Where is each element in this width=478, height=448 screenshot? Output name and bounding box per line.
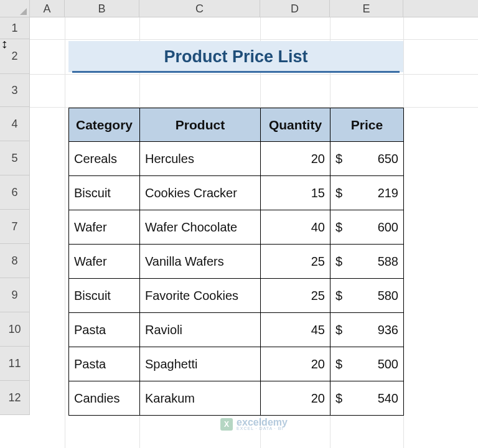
currency-symbol: $: [335, 391, 342, 406]
cell-quantity[interactable]: 20: [261, 142, 330, 176]
cell-price[interactable]: $500: [330, 347, 404, 381]
watermark-sub: EXCEL · DATA · BI: [237, 426, 288, 431]
spreadsheet: A B C D E 1 2 3 4 5 6 7 8 9 10 11 12 ↕ P…: [0, 0, 478, 448]
table-row: Pasta Ravioli 45 $936: [69, 313, 404, 347]
currency-symbol: $: [335, 289, 342, 303]
col-header-c[interactable]: C: [139, 0, 260, 17]
price-value: 600: [342, 220, 398, 235]
table-row: Biscuit Favorite Cookies 25 $580: [69, 279, 404, 313]
cell-category[interactable]: Wafer: [69, 210, 140, 245]
cell-category[interactable]: Pasta: [69, 313, 140, 347]
row-header-3[interactable]: 3: [0, 74, 30, 107]
cell-quantity[interactable]: 15: [261, 176, 330, 210]
currency-symbol: $: [335, 152, 342, 166]
cell-product[interactable]: Wafer Chocolate: [140, 210, 261, 245]
row-header-10[interactable]: 10: [0, 312, 30, 347]
table-row: Cereals Hercules 20 $650: [69, 142, 404, 176]
price-value: 588: [342, 254, 398, 269]
th-quantity[interactable]: Quantity: [261, 108, 330, 142]
cell-product[interactable]: Vanilla Wafers: [140, 245, 261, 279]
cell-category[interactable]: Biscuit: [69, 279, 140, 313]
title-underline: [72, 71, 400, 73]
th-product[interactable]: Product: [140, 108, 261, 142]
cell-price[interactable]: $588: [330, 245, 404, 279]
row-header-12[interactable]: 12: [0, 381, 30, 415]
table-row: Wafer Wafer Chocolate 40 $600: [69, 210, 404, 245]
column-headers: A B C D E: [30, 0, 478, 17]
col-header-d[interactable]: D: [260, 0, 330, 17]
page-title: Product Price List: [68, 41, 403, 72]
row-header-8[interactable]: 8: [0, 244, 30, 278]
cell-category[interactable]: Cereals: [69, 142, 140, 176]
cell-quantity[interactable]: 25: [261, 245, 330, 279]
product-table: Category Product Quantity Price Cereals …: [68, 108, 404, 416]
watermark: exceldemy EXCEL · DATA · BI: [220, 418, 288, 431]
cell-price[interactable]: $936: [330, 313, 404, 347]
col-header-b[interactable]: B: [65, 0, 139, 17]
currency-symbol: $: [335, 254, 342, 269]
row-header-7[interactable]: 7: [0, 210, 30, 244]
col-header-e[interactable]: E: [330, 0, 403, 17]
price-value: 650: [342, 152, 398, 166]
currency-symbol: $: [335, 220, 342, 235]
row-header-6[interactable]: 6: [0, 175, 30, 210]
price-value: 500: [342, 357, 398, 371]
cell-price[interactable]: $600: [330, 210, 404, 245]
cell-category[interactable]: Wafer: [69, 245, 140, 279]
cell-category[interactable]: Biscuit: [69, 176, 140, 210]
cell-quantity[interactable]: 40: [261, 210, 330, 245]
table-row: Candies Karakum 20 $540: [69, 381, 404, 416]
th-price[interactable]: Price: [330, 108, 404, 142]
cell-product[interactable]: Spaghetti: [140, 347, 261, 381]
cell-product[interactable]: Favorite Cookies: [140, 279, 261, 313]
cell-price[interactable]: $540: [330, 381, 404, 416]
currency-symbol: $: [335, 186, 342, 200]
table-row: Wafer Vanilla Wafers 25 $588: [69, 245, 404, 279]
col-header-a[interactable]: A: [30, 0, 65, 17]
currency-symbol: $: [335, 323, 342, 337]
cell-quantity[interactable]: 20: [261, 381, 330, 416]
row-header-5[interactable]: 5: [0, 141, 30, 175]
price-value: 580: [342, 289, 398, 303]
price-value: 540: [342, 391, 398, 406]
cell-product[interactable]: Hercules: [140, 142, 261, 176]
cell-quantity[interactable]: 45: [261, 313, 330, 347]
row-header-9[interactable]: 9: [0, 278, 30, 312]
excel-icon: [220, 418, 233, 431]
cell-category[interactable]: Pasta: [69, 347, 140, 381]
table-body: Cereals Hercules 20 $650 Biscuit Cookies…: [69, 142, 404, 416]
cell-product[interactable]: Ravioli: [140, 313, 261, 347]
row-headers: 1 2 3 4 5 6 7 8 9 10 11 12: [0, 17, 30, 415]
row-header-11[interactable]: 11: [0, 347, 30, 381]
cell-category[interactable]: Candies: [69, 381, 140, 416]
currency-symbol: $: [335, 357, 342, 371]
cell-product[interactable]: Karakum: [140, 381, 261, 416]
row-resize-icon: ↕: [1, 37, 8, 50]
th-category[interactable]: Category: [69, 108, 140, 142]
cell-price[interactable]: $650: [330, 142, 404, 176]
cell-product[interactable]: Cookies Cracker: [140, 176, 261, 210]
table-row: Biscuit Cookies Cracker 15 $219: [69, 176, 404, 210]
price-value: 936: [342, 323, 398, 337]
price-value: 219: [342, 186, 398, 200]
cell-price[interactable]: $219: [330, 176, 404, 210]
cell-quantity[interactable]: 20: [261, 347, 330, 381]
row-header-1[interactable]: 1: [0, 17, 30, 39]
select-all-corner[interactable]: [0, 0, 30, 17]
row-header-4[interactable]: 4: [0, 107, 30, 141]
grid-area[interactable]: Product Price List Category Product Quan…: [30, 17, 478, 448]
cell-quantity[interactable]: 25: [261, 279, 330, 313]
cell-price[interactable]: $580: [330, 279, 404, 313]
table-row: Pasta Spaghetti 20 $500: [69, 347, 404, 381]
